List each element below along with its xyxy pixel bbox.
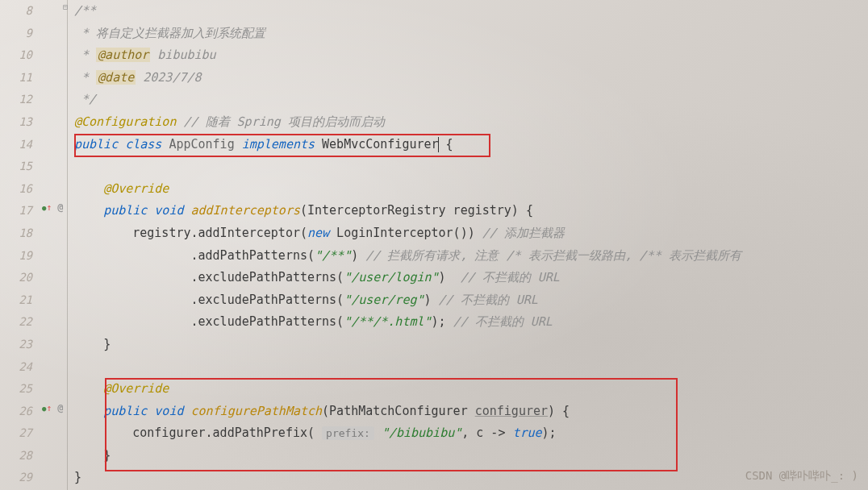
line-number: 13 xyxy=(0,111,32,134)
fold-bar: ⊟ xyxy=(65,0,74,490)
comment: * @date 2023/7/8 xyxy=(74,70,202,85)
brace: } xyxy=(103,448,111,463)
comment: // 不拦截的 URL xyxy=(453,314,553,329)
annotation-configuration: @Configuration xyxy=(74,114,176,129)
line-number: 27 xyxy=(0,422,32,445)
method-configurePathMatch: configurePathMatch xyxy=(191,404,323,418)
comment: * @author bibubibu xyxy=(74,48,216,62)
watermark: CSDN @哔卟哔卟_: ) xyxy=(745,469,858,484)
keyword-public: public xyxy=(103,404,147,418)
keyword-new: new xyxy=(307,226,329,240)
comment: // 拦截所有请求, 注意 /* 表示拦截一级路由, /** 表示拦截所有 xyxy=(365,248,741,263)
comment: // 随着 Spring 项目的启动而启动 xyxy=(183,114,384,129)
interface-name: WebMvcConfigurer xyxy=(322,137,439,152)
line-number: 23 xyxy=(0,334,32,356)
code-editor[interactable]: 8 9 10 11 12 13 14 15 16 17 18 19 20 21 … xyxy=(0,0,868,490)
string-literal: "/user/reg" xyxy=(344,293,424,307)
comment: // 不拦截的 URL xyxy=(439,293,538,307)
comment: // 添加拦截器 xyxy=(482,226,565,240)
line-number: 21 xyxy=(0,289,32,312)
keyword-void: void xyxy=(154,404,183,418)
line-number: 17 xyxy=(0,200,32,222)
line-number: 28 xyxy=(0,445,32,467)
comment: /** xyxy=(74,3,96,18)
brace: } xyxy=(103,337,111,351)
string-literal: "/**" xyxy=(315,248,351,263)
annotation-override: @Override xyxy=(103,181,169,196)
params: (InterceptorRegistry registry) { xyxy=(300,203,533,218)
line-number: 25 xyxy=(0,378,32,401)
keyword-true: true xyxy=(512,426,541,440)
line-number: 8 xyxy=(0,0,32,23)
brace: } xyxy=(74,470,81,484)
comment: // 不拦截的 URL xyxy=(461,270,560,284)
class-name: AppConfig xyxy=(169,137,234,152)
line-number: 12 xyxy=(0,89,32,111)
line-number: 19 xyxy=(0,245,32,268)
keyword-public: public xyxy=(103,203,147,218)
param-hint-prefix: prefix: xyxy=(322,426,374,440)
keyword-class: class xyxy=(125,137,161,152)
gutter-icons-column: ●↑ @ ●↑ @ xyxy=(40,0,65,490)
javadoc-author-tag: @author xyxy=(96,48,150,62)
javadoc-date-tag: @date xyxy=(96,70,136,85)
line-number: 18 xyxy=(0,222,32,245)
line-number: 26 xyxy=(0,401,32,423)
line-number: 16 xyxy=(0,178,32,201)
line-number-gutter: 8 9 10 11 12 13 14 15 16 17 18 19 20 21 … xyxy=(0,0,40,490)
line-number: 24 xyxy=(0,356,32,379)
line-number: 11 xyxy=(0,67,32,89)
string-literal: "/**/*.html" xyxy=(344,314,431,329)
line-number: 14 xyxy=(0,134,32,156)
line-number: 15 xyxy=(0,156,32,178)
comment: * 将自定义拦截器加入到系统配置 xyxy=(74,26,265,40)
override-gutter-icon[interactable]: ●↑ @ xyxy=(42,201,64,213)
keyword-void: void xyxy=(154,203,183,218)
override-gutter-icon[interactable]: ●↑ @ xyxy=(42,402,64,413)
keyword-public: public xyxy=(74,137,118,152)
method-addInterceptors: addInterceptors xyxy=(191,203,300,218)
keyword-implements: implements xyxy=(242,137,315,152)
line-number: 29 xyxy=(0,467,32,489)
comment: */ xyxy=(74,92,96,106)
string-literal: "/bibubibu" xyxy=(374,426,461,440)
line-number: 20 xyxy=(0,267,32,289)
line-number: 9 xyxy=(0,23,32,45)
line-number: 22 xyxy=(0,311,32,334)
string-literal: "/user/login" xyxy=(344,270,438,284)
param-configurer: configurer xyxy=(475,404,548,418)
fold-toggle-icon[interactable]: ⊟ xyxy=(63,2,68,11)
annotation-override: @Override xyxy=(103,381,169,396)
line-number: 10 xyxy=(0,44,32,67)
code-area[interactable]: /** * 将自定义拦截器加入到系统配置 * @author bibubibu … xyxy=(74,0,868,490)
